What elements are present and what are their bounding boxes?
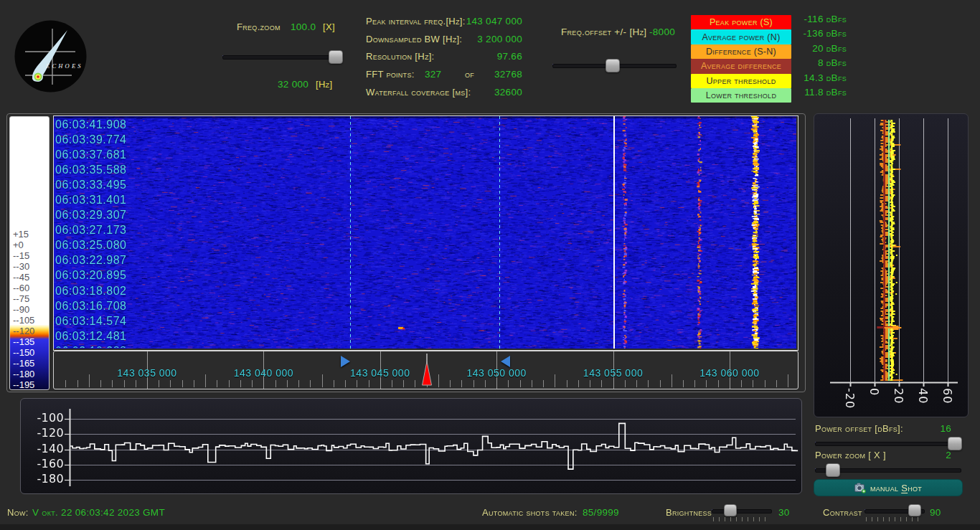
interval-begin-marker-icon[interactable] bbox=[341, 356, 350, 367]
waterfall-timestamp: 06:03:25.080 bbox=[55, 237, 149, 252]
plot-legend-buttons: Peak power (S) Average power (N) Differe… bbox=[691, 15, 791, 103]
freq-offset-slider[interactable] bbox=[552, 59, 677, 71]
resolution-label: Resolution [Hz]: bbox=[366, 51, 435, 62]
legend-average-power-button[interactable]: Average power (N) bbox=[691, 29, 791, 44]
dbfs-scale-label: --135 bbox=[13, 337, 34, 347]
waterfall-timestamp: 06:03:18.802 bbox=[55, 283, 149, 298]
brightness-slider[interactable] bbox=[712, 504, 772, 516]
power-offset-slider-groove bbox=[815, 442, 961, 446]
dbfs-scale-label: --150 bbox=[13, 348, 34, 358]
waterfall-timestamp: 06:03:41.908 bbox=[55, 117, 149, 132]
power-graph-y-label: -160 bbox=[27, 458, 64, 470]
spectrum-x-label: -20 bbox=[843, 388, 857, 409]
legend-average-difference-button[interactable]: Average difference bbox=[691, 59, 791, 73]
freq-offset-value: -8000 bbox=[649, 27, 675, 37]
brightness-slider-ticks bbox=[713, 517, 771, 521]
brightness-label: Brightness bbox=[666, 507, 712, 518]
waterfall-timestamp: 06:03:20.895 bbox=[55, 268, 149, 283]
waterfall-timestamp: 06:03:27.173 bbox=[55, 222, 149, 237]
spectrum-x-label: 20 bbox=[892, 388, 905, 404]
span-bandwidth-value: 32 000 bbox=[278, 79, 308, 90]
contrast-slider-handle[interactable] bbox=[908, 504, 921, 516]
interval-end-marker-icon[interactable] bbox=[501, 356, 510, 367]
fft-points-value: 327 bbox=[425, 69, 441, 80]
power-offset-slider-handle[interactable] bbox=[948, 437, 962, 450]
waterfall-timestamp: 06:03:22.987 bbox=[55, 252, 149, 268]
frequency-ruler-label: 143 035 000 bbox=[117, 367, 176, 379]
dbfs-scale-label: --60 bbox=[13, 283, 29, 293]
fft-points-label: FFT points: bbox=[366, 69, 415, 80]
power-graph-y-label: -140 bbox=[27, 443, 64, 455]
frequency-ruler-label: 143 060 000 bbox=[699, 367, 759, 379]
waterfall-timestamp: 06:03:29.307 bbox=[55, 207, 149, 222]
power-graph-canvas bbox=[21, 399, 800, 492]
peak-interval-freq-value: 143 047 000 bbox=[430, 16, 522, 27]
power-graph-y-label: -180 bbox=[27, 473, 64, 486]
waterfall-timestamp: 06:03:12.481 bbox=[55, 328, 149, 344]
freq-zoom-label: Freq.zoom bbox=[237, 22, 281, 32]
waterfall-display: 06:03:41.90806:03:39.77406:03:37.68106:0… bbox=[53, 115, 798, 351]
now-label: Now: bbox=[7, 507, 29, 518]
camera-icon bbox=[854, 483, 867, 493]
freq-zoom-value: 100.0 bbox=[291, 22, 316, 32]
legend-upper-threshold-button[interactable]: Upper threshold bbox=[691, 74, 791, 88]
power-offset-value: 16 bbox=[890, 423, 951, 434]
dbfs-scale-label: --30 bbox=[13, 262, 29, 272]
dbfs-scale-label: --195 bbox=[13, 380, 34, 390]
waterfall-canvas bbox=[54, 116, 796, 349]
legend-difference-label: Difference (S-N) bbox=[706, 47, 776, 57]
freq-offset-label: Freq.offset +/- [Hz] bbox=[561, 27, 646, 37]
freq-offset-slider-handle[interactable] bbox=[606, 59, 620, 72]
power-offset-slider[interactable] bbox=[815, 437, 961, 449]
dbfs-scale-label: --120 bbox=[13, 326, 34, 336]
manual-shot-label: manual Shot bbox=[870, 483, 922, 493]
freq-zoom-slider-handle[interactable] bbox=[329, 50, 343, 64]
waterfall-timestamp: 06:03:31.401 bbox=[55, 192, 149, 207]
peak-power-value: -116 dBfs bbox=[793, 14, 847, 24]
average-difference-value: 8 dBfs bbox=[793, 57, 847, 68]
echoes-logo: ECHOES bbox=[14, 20, 87, 93]
legend-difference-button[interactable]: Difference (S-N) bbox=[691, 44, 791, 59]
echoes-logo-graphic: ECHOES bbox=[14, 20, 87, 93]
dbfs-scale-label: --45 bbox=[13, 273, 29, 283]
legend-average-power-label: Average power (N) bbox=[702, 32, 780, 42]
footer-strip bbox=[0, 524, 980, 530]
legend-peak-power-button[interactable]: Peak power (S) bbox=[691, 15, 791, 29]
spectrum-x-label: 0 bbox=[867, 388, 881, 396]
peak-frequency-marker-icon bbox=[419, 354, 435, 387]
frequency-ruler: 143 035 000143 040 000143 045 000143 050… bbox=[53, 351, 798, 389]
contrast-slider[interactable] bbox=[864, 504, 925, 516]
waterfall-timestamp: 06:03:16.708 bbox=[55, 298, 149, 313]
legend-lower-threshold-button[interactable]: Lower threshold bbox=[691, 88, 791, 103]
dbfs-scale-label: --90 bbox=[13, 305, 29, 315]
contrast-slider-ticks bbox=[866, 517, 923, 521]
dbfs-scale-label: +15 bbox=[13, 229, 29, 240]
power-zoom-slider-handle[interactable] bbox=[826, 463, 840, 477]
waterfall-timestamp: 06:03:35.588 bbox=[55, 162, 149, 177]
fft-total-value: 32768 bbox=[473, 69, 522, 80]
shots-taken-label: Automatic shots taken: bbox=[482, 507, 578, 518]
power-zoom-slider[interactable] bbox=[815, 463, 961, 475]
brightness-slider-handle[interactable] bbox=[724, 504, 737, 516]
dbfs-scale-label: --75 bbox=[13, 294, 29, 304]
freq-zoom-slider[interactable] bbox=[222, 50, 337, 62]
legend-average-difference-label: Average difference bbox=[701, 61, 781, 71]
frequency-ruler-label: 143 055 000 bbox=[583, 367, 643, 379]
upper-threshold-value: 14.3 dBfs bbox=[793, 72, 847, 83]
waterfall-timestamps: 06:03:41.90806:03:39.77406:03:37.68106:0… bbox=[55, 117, 149, 348]
spectrum-canvas bbox=[814, 114, 966, 415]
power-graph-y-label: -120 bbox=[27, 427, 64, 440]
contrast-label: Contrast bbox=[823, 507, 862, 518]
echoes-app-window: { "app": { "logo_text": "ECHOES" }, "top… bbox=[0, 0, 980, 530]
waterfall-timestamp: 06:03:37.681 bbox=[55, 147, 149, 162]
freq-zoom-slider-groove bbox=[222, 55, 337, 60]
power-zoom-label: Power zoom [ X ] bbox=[815, 450, 886, 460]
lower-threshold-value: 11.8 dBfs bbox=[793, 87, 847, 98]
dbfs-scale-label: --180 bbox=[13, 369, 34, 379]
spectrum-x-label: 60 bbox=[941, 388, 954, 404]
dbfs-scale-label: --15 bbox=[13, 251, 29, 261]
freq-zoom-unit: [X] bbox=[323, 22, 335, 32]
span-bandwidth-unit: [Hz] bbox=[316, 79, 332, 90]
frequency-ruler-label: 143 050 000 bbox=[466, 367, 526, 379]
manual-shot-button[interactable]: manual Shot bbox=[814, 479, 963, 496]
